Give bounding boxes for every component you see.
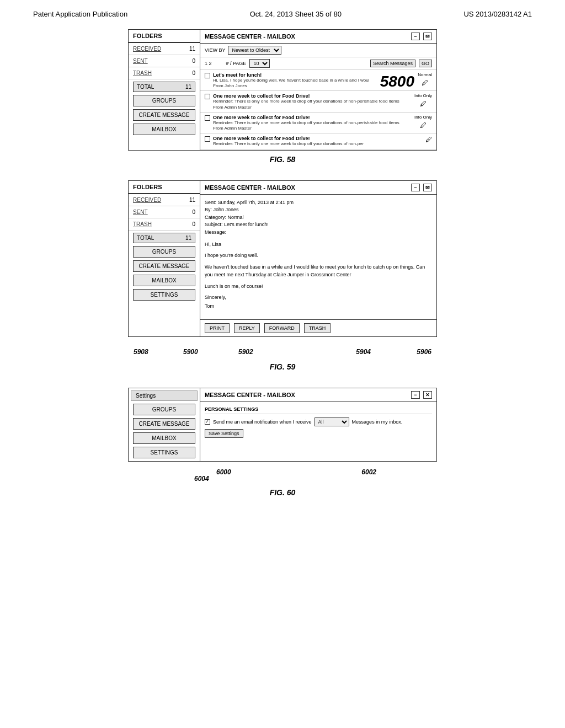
sent-link[interactable]: SENT — [133, 58, 148, 64]
msg-subject-2: One more week to collect for Food Drive! — [213, 93, 412, 99]
notify-checkbox[interactable] — [205, 419, 210, 425]
fig59-panel: FOLDERS RECEIVED 11 SENT 0 TRASH 0 TOTAL… — [128, 180, 437, 337]
callout-6002: 6002 — [361, 468, 376, 476]
fig60-label: FIG. 60 — [33, 488, 532, 497]
reply-button[interactable]: REPLY — [234, 323, 260, 333]
callout-6000: 6000 — [216, 468, 231, 476]
fig58-label: FIG. 58 — [33, 155, 532, 164]
fig59-main: MESSAGE CENTER - MAILBOX − ✉ Sent: Sunda… — [200, 181, 436, 336]
viewby-row: VIEW BY Newest to Oldest — [200, 44, 436, 57]
fig60-create-message-button[interactable]: CREATE MESSAGE — [133, 418, 195, 430]
sent-line: Sent: Sunday, April 7th, 2013 at 2:41 pm — [205, 199, 432, 207]
msg-detail-header: Sent: Sunday, April 7th, 2013 at 2:41 pm… — [205, 199, 432, 237]
fig59-sidebar-trash[interactable]: TRASH 0 — [129, 218, 200, 231]
message-item-4[interactable]: One more week to collect for Food Drive!… — [200, 133, 436, 149]
perpage-select[interactable]: 10 — [249, 59, 270, 68]
fig60-minimize-icon[interactable]: − — [411, 391, 420, 399]
fig59-settings-button[interactable]: SETTINGS — [133, 289, 195, 301]
msg-checkbox-1[interactable] — [205, 73, 210, 78]
mailbox-button[interactable]: MAILBOX — [133, 124, 195, 135]
trash-link[interactable]: TRASH — [133, 70, 152, 76]
sidebar-item-sent[interactable]: SENT 0 — [129, 55, 200, 67]
create-message-button[interactable]: CREATE MESSAGE — [133, 109, 195, 121]
fig59-callouts: 5908 5900 5902 5904 5906 — [128, 337, 437, 358]
msg-content-2: One more week to collect for Food Drive!… — [213, 93, 412, 109]
msg-body2: We haven't touched base in a while and I… — [205, 263, 432, 279]
figure-60-block: Settings GROUPS CREATE MESSAGE MAILBOX S… — [33, 388, 532, 497]
search-messages-button[interactable]: Search Messages — [370, 60, 415, 67]
fig59-sidebar-received[interactable]: RECEIVED 11 — [129, 194, 200, 206]
fig58-main: MESSAGE CENTER - MAILBOX − ✉ VIEW BY New… — [200, 30, 436, 150]
callout-5902: 5902 — [238, 348, 253, 356]
msg-envelope-icon-4: 🖊 — [425, 136, 432, 143]
figures-container: FOLDERS RECEIVED 11 SENT 0 TRASH 0 TOTAL… — [0, 24, 565, 519]
fig59-detail-body: Sent: Sunday, April 7th, 2013 at 2:41 pm… — [200, 195, 436, 319]
sidebar-item-trash[interactable]: TRASH 0 — [129, 67, 200, 79]
fig60-groups-button[interactable]: GROUPS — [133, 404, 195, 415]
trash-button[interactable]: TRASH — [304, 323, 331, 333]
fig59-label: FIG. 59 — [33, 362, 532, 371]
msg-body4: Sincerely, — [205, 293, 432, 301]
message-item-2[interactable]: One more week to collect for Food Drive!… — [200, 91, 436, 112]
msg-content-4: One more week to collect for Food Drive!… — [213, 136, 423, 147]
fig60-panel: Settings GROUPS CREATE MESSAGE MAILBOX S… — [128, 388, 437, 462]
groups-button[interactable]: GROUPS — [133, 95, 195, 106]
forward-button[interactable]: FORWARD — [264, 323, 300, 333]
callout-5900: 5900 — [183, 348, 198, 356]
message-item-1[interactable]: Let's meet for lunch! Hi, Lisa. I hope y… — [200, 70, 436, 91]
fig59-create-message-button[interactable]: CREATE MESSAGE — [133, 260, 195, 272]
message-label: Message: — [205, 229, 432, 237]
msg-checkbox-4[interactable] — [205, 136, 210, 142]
fig60-settings-button[interactable]: SETTINGS — [133, 447, 195, 458]
msg-right-4: 🖊 — [425, 136, 432, 143]
fig59-sidebar-sent[interactable]: SENT 0 — [129, 206, 200, 218]
settings-section-title: PERSONAL SETTINGS — [205, 406, 432, 414]
msg-category-2: Info Only — [414, 93, 432, 98]
fig59-received-count: 11 — [189, 197, 195, 203]
fig58-main-header: MESSAGE CENTER - MAILBOX − ✉ — [200, 30, 436, 44]
save-settings-button[interactable]: Save Settings — [205, 429, 243, 438]
fig60-settings-header: Settings — [131, 390, 198, 401]
viewby-select[interactable]: Newest to Oldest — [228, 46, 281, 55]
fig59-title: MESSAGE CENTER - MAILBOX — [205, 184, 295, 191]
msg-body3: Lunch is on me, of course! — [205, 282, 432, 290]
callout-5906: 5906 — [417, 348, 431, 356]
msg-checkbox-3[interactable] — [205, 115, 210, 121]
email-icon[interactable]: ✉ — [423, 33, 432, 40]
msg-category-3: Info Only — [414, 115, 432, 120]
notify-dropdown[interactable]: All Normal Urgent Info Only — [315, 417, 349, 426]
fig59-trash-link[interactable]: TRASH — [133, 221, 152, 227]
fig60-close-icon[interactable]: ✕ — [423, 391, 432, 399]
fig59-email-icon[interactable]: ✉ — [423, 184, 432, 191]
msg-preview-4: Reminder: There is only one more week to… — [213, 141, 423, 147]
sidebar-total: TOTAL 11 — [133, 82, 195, 92]
print-button[interactable]: PRINT — [205, 323, 230, 333]
figure-58-block: FOLDERS RECEIVED 11 SENT 0 TRASH 0 TOTAL… — [33, 29, 532, 164]
fig59-sidebar: FOLDERS RECEIVED 11 SENT 0 TRASH 0 TOTAL… — [129, 181, 200, 336]
fig59-sent-link[interactable]: SENT — [133, 209, 148, 215]
fig59-received-link[interactable]: RECEIVED — [133, 197, 161, 203]
fig58-title: MESSAGE CENTER - MAILBOX — [205, 33, 295, 40]
fig59-total-count: 11 — [185, 235, 191, 241]
fig60-title: MESSAGE CENTER - MAILBOX — [205, 392, 295, 398]
pagination-row: 1 2 # / PAGE 10 Search Messages GO — [200, 57, 436, 70]
fig58-header-icons: − ✉ — [411, 33, 432, 40]
fig59-minimize-icon[interactable]: − — [411, 184, 420, 191]
fig59-groups-button[interactable]: GROUPS — [133, 246, 195, 258]
msg-preview-2: Reminder: There is only one more week to… — [213, 99, 412, 104]
sidebar-item-received[interactable]: RECEIVED 11 — [129, 42, 200, 55]
fig59-total-label: TOTAL — [137, 235, 154, 241]
minimize-icon[interactable]: − — [411, 33, 420, 40]
fig60-callouts: 6000 6002 6004 — [128, 462, 437, 478]
fig60-mailbox-button[interactable]: MAILBOX — [133, 432, 195, 444]
fig59-sidebar-total: TOTAL 11 — [133, 233, 195, 243]
msg-checkbox-2[interactable] — [205, 94, 210, 99]
fig59-sent-count: 0 — [192, 209, 195, 215]
message-item-3[interactable]: One more week to collect for Food Drive!… — [200, 113, 436, 133]
notify-suffix: Messages in my inbox. — [352, 419, 403, 425]
figure-59-block: FOLDERS RECEIVED 11 SENT 0 TRASH 0 TOTAL… — [33, 180, 532, 371]
received-link[interactable]: RECEIVED — [133, 46, 161, 52]
go-button[interactable]: GO — [419, 60, 432, 67]
fig59-mailbox-button[interactable]: MAILBOX — [133, 275, 195, 286]
page-num: 1 2 — [205, 61, 212, 66]
